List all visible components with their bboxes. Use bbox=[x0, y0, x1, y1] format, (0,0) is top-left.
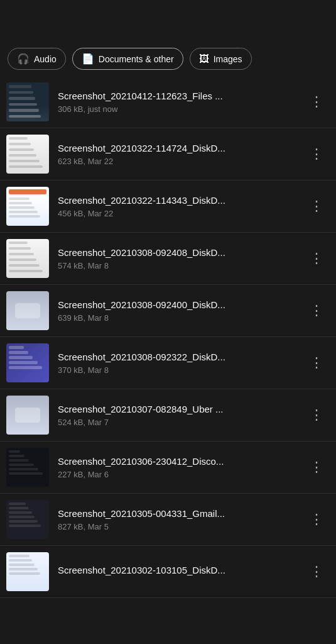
file-meta: 370 kB, Mar 8 bbox=[58, 365, 306, 375]
file-more-button[interactable]: ⋮ bbox=[306, 90, 327, 114]
filter-bar: 🎧Audio📄Documents & other🖼Images bbox=[0, 43, 336, 76]
file-meta: 227 kB, Mar 6 bbox=[58, 470, 306, 479]
file-info: Screenshot_20210302-103105_DiskD... bbox=[58, 565, 306, 579]
file-thumbnail bbox=[6, 500, 49, 539]
file-info: Screenshot_20210308-092322_DiskD...370 k… bbox=[58, 352, 306, 375]
file-name: Screenshot_20210322-114343_DiskD... bbox=[58, 195, 306, 206]
file-item[interactable]: Screenshot_20210302-103105_DiskD...⋮ bbox=[0, 546, 336, 598]
file-thumbnail bbox=[6, 343, 49, 382]
file-item[interactable]: Screenshot_20210322-114343_DiskD...456 k… bbox=[0, 180, 336, 233]
file-item[interactable]: Screenshot_20210306-230412_Disco...227 k… bbox=[0, 441, 336, 494]
filter-tab-label-audio: Audio bbox=[34, 54, 57, 64]
file-more-button[interactable]: ⋮ bbox=[306, 194, 327, 218]
file-thumbnail bbox=[6, 187, 49, 226]
file-info: Screenshot_20210306-230412_Disco...227 k… bbox=[58, 456, 306, 479]
file-info: Screenshot_20210322-114724_DiskD...623 k… bbox=[58, 143, 306, 166]
file-more-button[interactable]: ⋮ bbox=[306, 299, 327, 323]
file-item[interactable]: Screenshot_20210322-114724_DiskD...623 k… bbox=[0, 128, 336, 180]
file-meta: 456 kB, Mar 22 bbox=[58, 209, 306, 218]
file-info: Screenshot_20210305-004331_Gmail...827 k… bbox=[58, 508, 306, 531]
file-list: Screenshot_20210412-112623_Files ...306 … bbox=[0, 76, 336, 598]
filter-tab-label-documents: Documents & other bbox=[99, 54, 174, 64]
filter-tab-images[interactable]: 🖼Images bbox=[190, 48, 252, 70]
filter-tab-icon-documents: 📄 bbox=[82, 53, 94, 65]
file-name: Screenshot_20210308-092408_DiskD... bbox=[58, 247, 306, 258]
file-more-button[interactable]: ⋮ bbox=[306, 560, 327, 584]
file-item[interactable]: Screenshot_20210412-112623_Files ...306 … bbox=[0, 76, 336, 128]
file-thumbnail bbox=[6, 239, 49, 278]
file-item[interactable]: Screenshot_20210308-092408_DiskD...574 k… bbox=[0, 233, 336, 285]
file-meta: 827 kB, Mar 5 bbox=[58, 522, 306, 531]
file-more-button[interactable]: ⋮ bbox=[306, 142, 327, 166]
filter-tab-icon-images: 🖼 bbox=[199, 53, 209, 65]
file-meta: 524 kB, Mar 7 bbox=[58, 418, 306, 427]
file-thumbnail bbox=[6, 82, 49, 121]
file-item[interactable]: Screenshot_20210308-092400_DiskD...639 k… bbox=[0, 285, 336, 337]
file-thumbnail bbox=[6, 396, 49, 435]
file-item[interactable]: Screenshot_20210307-082849_Uber ...524 k… bbox=[0, 389, 336, 441]
file-name: Screenshot_20210308-092322_DiskD... bbox=[58, 352, 306, 362]
file-name: Screenshot_20210306-230412_Disco... bbox=[58, 456, 306, 467]
file-info: Screenshot_20210308-092400_DiskD...639 k… bbox=[58, 299, 306, 323]
file-thumbnail bbox=[6, 552, 49, 591]
file-meta: 623 kB, Mar 22 bbox=[58, 157, 306, 166]
file-name: Screenshot_20210322-114724_DiskD... bbox=[58, 143, 306, 153]
file-info: Screenshot_20210308-092408_DiskD...574 k… bbox=[58, 247, 306, 270]
file-name: Screenshot_20210302-103105_DiskD... bbox=[58, 565, 306, 575]
file-item[interactable]: Screenshot_20210305-004331_Gmail...827 k… bbox=[0, 494, 336, 546]
file-info: Screenshot_20210322-114343_DiskD...456 k… bbox=[58, 195, 306, 218]
file-meta: 639 kB, Mar 8 bbox=[58, 313, 306, 323]
file-name: Screenshot_20210307-082849_Uber ... bbox=[58, 404, 306, 414]
file-item[interactable]: Screenshot_20210308-092322_DiskD...370 k… bbox=[0, 337, 336, 389]
filter-tab-label-images: Images bbox=[214, 54, 242, 64]
file-info: Screenshot_20210307-082849_Uber ...524 k… bbox=[58, 404, 306, 427]
file-info: Screenshot_20210412-112623_Files ...306 … bbox=[58, 91, 306, 114]
file-thumbnail bbox=[6, 291, 49, 330]
file-name: Screenshot_20210305-004331_Gmail... bbox=[58, 508, 306, 519]
file-more-button[interactable]: ⋮ bbox=[306, 351, 327, 375]
file-more-button[interactable]: ⋮ bbox=[306, 508, 327, 531]
filter-tab-audio[interactable]: 🎧Audio bbox=[8, 48, 66, 70]
filter-tab-icon-audio: 🎧 bbox=[17, 53, 30, 65]
file-thumbnail bbox=[6, 448, 49, 487]
file-thumbnail bbox=[6, 135, 49, 174]
file-meta: 306 kB, just now bbox=[58, 104, 306, 114]
filter-tab-documents[interactable]: 📄Documents & other bbox=[72, 48, 183, 70]
file-meta: 574 kB, Mar 8 bbox=[58, 261, 306, 270]
file-more-button[interactable]: ⋮ bbox=[306, 455, 327, 479]
file-more-button[interactable]: ⋮ bbox=[306, 247, 327, 270]
file-more-button[interactable]: ⋮ bbox=[306, 403, 327, 427]
file-name: Screenshot_20210412-112623_Files ... bbox=[58, 91, 306, 101]
header bbox=[0, 0, 336, 43]
file-name: Screenshot_20210308-092400_DiskD... bbox=[58, 299, 306, 310]
